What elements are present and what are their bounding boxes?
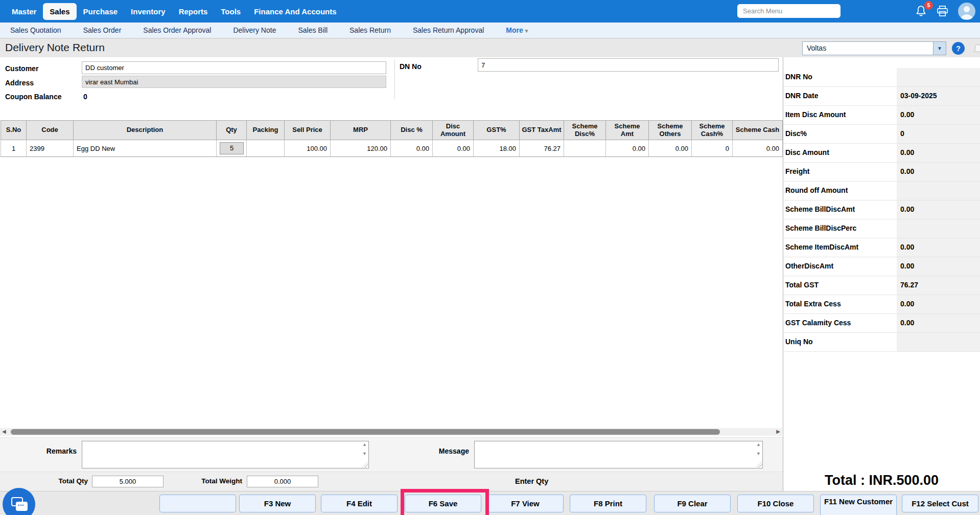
- cell-disc-pct: 0.00: [391, 140, 433, 157]
- summary-value-cell: 0.00: [897, 314, 980, 332]
- col-header-scheme-others: Scheme Others: [649, 121, 692, 140]
- scrollbar-thumb[interactable]: [11, 429, 720, 435]
- company-selector[interactable]: Voltas ▼: [802, 41, 946, 55]
- f11-new-customer-button[interactable]: F11 New Customer: [820, 495, 897, 515]
- summary-value: 0: [900, 129, 904, 138]
- summary-value: 0.00: [900, 148, 914, 156]
- col-header-scheme-cash: Scheme Cash: [733, 121, 783, 140]
- summary-label: Uniq No: [785, 338, 813, 346]
- nav-item-master[interactable]: Master: [5, 3, 43, 20]
- nav-item-reports[interactable]: Reports: [172, 3, 215, 20]
- subnav-more-menu[interactable]: More ▾: [506, 26, 528, 34]
- f10-close-button[interactable]: F10 Close: [737, 495, 814, 512]
- cell-sell-price: 100.00: [285, 140, 331, 157]
- col-header-sell-price: Sell Price: [285, 121, 331, 140]
- remarks-textarea[interactable]: [82, 441, 368, 468]
- subnav-item-sales-quotation[interactable]: Sales Quotation: [10, 26, 61, 34]
- company-selector-value: Voltas: [803, 42, 933, 55]
- cell-scheme-others: 0.00: [649, 140, 692, 157]
- summary-value-cell: [897, 68, 980, 86]
- col-header-sno: S.No: [1, 121, 27, 140]
- f12-select-cust-button[interactable]: F12 Select Cust: [902, 495, 978, 512]
- chevron-down-icon: ▾: [525, 28, 528, 34]
- summary-row-disc-pct: 0Disc%: [783, 125, 980, 144]
- printer-icon: [937, 6, 948, 16]
- total-qty-field[interactable]: [92, 476, 164, 487]
- notifications-button[interactable]: 5: [915, 5, 928, 18]
- customer-field[interactable]: [82, 61, 386, 74]
- summary-row-disc-amount: 0.00Disc Amount: [783, 144, 980, 163]
- function-button-blank[interactable]: [159, 495, 236, 512]
- subnav-item-sales-return[interactable]: Sales Return: [349, 26, 391, 34]
- cell-code: 2399: [27, 140, 74, 157]
- subnav-item-sales-bill[interactable]: Sales Bill: [298, 26, 328, 34]
- cell-scheme-disc-pct: [564, 140, 606, 157]
- remarks-message-section: Remarks ▲▼ Message ▲▼: [0, 437, 783, 472]
- message-textarea[interactable]: [475, 441, 762, 468]
- summary-value: 0.00: [900, 319, 914, 327]
- f9-clear-button[interactable]: F9 Clear: [654, 495, 731, 512]
- ellipsis-dots: •••: [18, 503, 24, 508]
- summary-label: Round off Amount: [785, 186, 848, 194]
- subnav-item-sales-return-approval[interactable]: Sales Return Approval: [413, 26, 484, 34]
- chat-bubble-icon: •••: [16, 502, 28, 511]
- notification-badge: 5: [924, 1, 933, 10]
- remarks-textarea-wrap: ▲▼: [82, 441, 369, 468]
- f3-new-button[interactable]: F3 New: [239, 495, 316, 512]
- total-weight-field[interactable]: [247, 476, 318, 487]
- summary-value-cell: 0.00: [897, 106, 980, 124]
- f4-edit-button[interactable]: F4 Edit: [321, 495, 398, 512]
- user-avatar[interactable]: [958, 3, 975, 20]
- totals-section: Total Qty Total Weight Enter Qty: [0, 472, 783, 491]
- cell-description: Egg DD New: [74, 140, 217, 157]
- summary-value: 0.00: [900, 243, 914, 251]
- subnav-item-sales-order-approval[interactable]: Sales Order Approval: [143, 26, 211, 34]
- scroll-right-arrow-icon[interactable]: ▶: [776, 429, 780, 434]
- address-field[interactable]: [82, 76, 386, 88]
- summary-row-otherdiscamt: 0.00OtherDiscAmt: [783, 257, 980, 276]
- summary-label: OtherDiscAmt: [785, 262, 833, 270]
- delivery-note-return-form: Customer Address Coupon Balance 0 DN No …: [0, 57, 783, 491]
- summary-value-cell: [897, 333, 980, 351]
- search-input[interactable]: [737, 4, 841, 18]
- qty-input[interactable]: 5: [220, 142, 244, 154]
- summary-label: Scheme ItemDiscAmt: [785, 243, 858, 251]
- subnav-item-delivery-note[interactable]: Delivery Note: [233, 26, 276, 34]
- sales-sub-navigation: Sales Quotation Sales Order Sales Order …: [0, 23, 980, 38]
- nav-item-finance-and-accounts[interactable]: Finance And Accounts: [247, 3, 343, 20]
- nav-item-purchase[interactable]: Purchase: [77, 3, 125, 20]
- table-header-row: S.No Code Description Qty Packing Sell P…: [1, 121, 783, 140]
- subnav-item-sales-order[interactable]: Sales Order: [83, 26, 122, 34]
- nav-item-sales[interactable]: Sales: [43, 3, 76, 20]
- customer-label: Customer: [5, 64, 38, 73]
- summary-row-scheme-billdiscamt: 0.00Scheme BillDiscAmt: [783, 200, 980, 219]
- summary-label: Total GST: [785, 281, 819, 289]
- summary-label: Disc%: [785, 129, 807, 138]
- nav-item-inventory[interactable]: Inventory: [124, 3, 172, 20]
- summary-row-dnr-no: DNR No: [783, 68, 980, 87]
- summary-rows: DNR No 03-09-2025DNR Date 0.00Item Disc …: [783, 68, 980, 352]
- help-button[interactable]: ?: [952, 42, 965, 55]
- f6-save-button[interactable]: F6 Save: [405, 495, 481, 512]
- dn-no-field[interactable]: [478, 58, 779, 72]
- coupon-balance-value: 0: [83, 93, 87, 101]
- dropdown-arrow-icon[interactable]: ▼: [933, 42, 946, 55]
- f7-view-button[interactable]: F7 View: [487, 495, 564, 512]
- summary-row-scheme-billdiscperc: Scheme BillDiscPerc: [783, 219, 980, 238]
- scroll-left-arrow-icon[interactable]: ◀: [2, 429, 6, 434]
- cell-mrp: 120.00: [331, 140, 391, 157]
- top-navigation-bar: Master Sales Purchase Inventory Reports …: [0, 0, 980, 23]
- summary-value: 0.00: [900, 167, 914, 175]
- summary-value-cell: [897, 219, 980, 238]
- col-header-disc-pct: Disc %: [391, 121, 433, 140]
- cell-gst-pct: 18.00: [474, 140, 520, 157]
- page-title-bar: Delivery Note Return Voltas ▼ ?: [0, 38, 980, 57]
- print-button[interactable]: [937, 6, 948, 18]
- nav-item-tools[interactable]: Tools: [214, 3, 247, 20]
- col-header-description: Description: [74, 121, 217, 140]
- summary-label: Disc Amount: [785, 148, 829, 156]
- summary-label: Scheme BillDiscPerc: [785, 224, 856, 232]
- cell-scheme-amt: 0.00: [606, 140, 649, 157]
- summary-value: 0.00: [900, 300, 914, 308]
- f8-print-button[interactable]: F8 Print: [570, 495, 646, 512]
